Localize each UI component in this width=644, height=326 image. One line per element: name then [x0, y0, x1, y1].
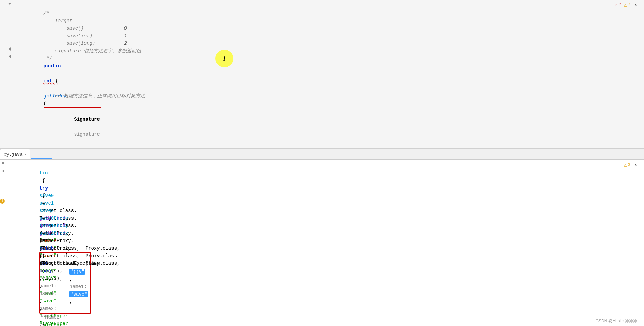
bg-8 [0, 212, 6, 220]
signature-type: Signature [74, 117, 100, 122]
bc-nosuch-exception: NoSuchMethodException [39, 261, 100, 266]
bc-comma-6a: , [69, 276, 78, 282]
code-line-8: public int getIndex ( Signature signatur… [21, 55, 644, 62]
bg-5 [0, 190, 6, 197]
warning-dot: ! [0, 199, 5, 204]
tab-underline [31, 158, 52, 159]
gutter-line-11 [0, 75, 19, 83]
bc-catch-kw: catch [39, 246, 54, 251]
signature-param: signature [74, 132, 100, 137]
top-code-area: /* Target save() 0 save(int) 1 sa [0, 0, 644, 92]
code-line-4: save(int) 1 [21, 25, 644, 32]
paren-close-brace: ){ [43, 147, 49, 149]
tab-bar: xy.java × [0, 149, 644, 160]
code-line-6: signature 包括方法名字、参数返回值 [21, 40, 644, 47]
bc-desc-val-6: "()V" [69, 269, 85, 275]
code-line-12: // 根据方法信息，正常调用目标对象方法 [21, 85, 644, 92]
cursor-char: I [223, 55, 225, 62]
bc-line-7: save1Proxy = MethodProxy. create (Target… [7, 207, 644, 214]
bc-name2-val-8: "saveSuper" [39, 321, 71, 326]
bc-line-6: save0Proxy = MethodProxy. create (Target… [7, 199, 644, 207]
csdn-text: CSDN @Aholic 冲冲冲 [595, 318, 637, 323]
bg-9 [0, 220, 6, 227]
gutter-line-3 [0, 15, 19, 23]
bg-4 [0, 182, 6, 190]
bc-desc-val-8: "(J)V" [39, 276, 56, 281]
top-panel: ⚠ 2 △ 7 ∧ [0, 0, 644, 149]
code-line-9 [21, 62, 644, 70]
code-line-1: /* [21, 2, 644, 10]
csdn-watermark: CSDN @Aholic 冲冲冲 [595, 318, 637, 324]
bc-catch-paren: ( [39, 253, 45, 259]
code-line-5: save(long) 2 [21, 32, 644, 40]
bc-name1-label-8: name1: [39, 291, 60, 296]
gutter-line-2 [0, 8, 19, 15]
gutter-line-12 [0, 83, 19, 90]
bottom-gutter-fold-2[interactable] [0, 167, 6, 175]
bc-name1-val-8: "save" [39, 298, 56, 304]
bc-line-1: tic { [7, 162, 644, 169]
bottom-code-area: △ 3 ∧ ! [0, 160, 644, 326]
bottom-gutter: ! [0, 160, 6, 227]
bc-indent-9 [39, 231, 51, 236]
gutter-line-5 [0, 30, 19, 38]
svg-marker-2 [9, 55, 11, 58]
code-line-3: save() 0 [21, 17, 644, 25]
gutter-line-9 [0, 60, 19, 68]
gutter-fold-1[interactable] [0, 0, 19, 8]
svg-marker-1 [9, 47, 11, 51]
svg-marker-0 [8, 3, 11, 5]
bc-line-4: save1 = Target.class. getMethod ( name: … [7, 184, 644, 192]
bottom-gutter-fold-1[interactable] [0, 160, 6, 167]
bg-7 [0, 205, 6, 212]
tab-label: xy.java [4, 152, 23, 157]
bc-name2-label-8: name2: [39, 313, 60, 319]
code-line-2: Target [21, 10, 644, 17]
bg-3 [0, 175, 6, 182]
bc-comma-8b: , [39, 306, 48, 311]
tab-close-button[interactable]: × [25, 153, 27, 157]
gutter-line-4 [0, 23, 19, 30]
svg-marker-3 [2, 162, 4, 165]
editor-container: ⚠ 2 △ 7 ∧ [0, 0, 644, 326]
bc-name1-val-6: "save" [69, 291, 88, 297]
bc-line-9: } catch ( NoSuchMethodException e) { [7, 222, 644, 230]
gutter-line-6 [0, 38, 19, 45]
bc-line-8: save2Proxy = MethodProxy. create (Target… [7, 214, 644, 222]
signature-highlight-box: Signature signature [44, 107, 101, 146]
gutter-fold-7[interactable] [0, 45, 19, 53]
code-line-7: */ [21, 47, 644, 55]
bc-line-2: try { [7, 169, 644, 177]
bc-name1-label-6: name1: [69, 284, 90, 289]
inline-comment: // 根据方法信息，正常调用目标对象方法 [43, 93, 145, 99]
gutter-fold-8[interactable] [0, 53, 19, 60]
bc-e-var: e) { [39, 268, 54, 274]
bc-catch-brace: } [39, 238, 45, 244]
bg-warning: ! [0, 197, 6, 205]
bottom-panel: xy.java × △ 3 ∧ [0, 149, 644, 326]
tab-xy-java[interactable]: xy.java × [0, 149, 30, 159]
bc-line-5: save2 = Target.class. getMethod ( name: … [7, 192, 644, 199]
svg-marker-4 [2, 170, 4, 172]
gutter [0, 0, 19, 90]
code-line-10: } [21, 70, 644, 77]
code-line-11 [21, 77, 644, 85]
paren-open: ( [43, 101, 46, 106]
space-sig [74, 124, 77, 130]
bc-comma-8: , [39, 283, 48, 289]
bc-comma-6b: , [69, 299, 72, 304]
gutter-line-10 [0, 68, 19, 75]
bc-line-3: save0 = Target.class. getMethod ( name: … [7, 177, 644, 184]
